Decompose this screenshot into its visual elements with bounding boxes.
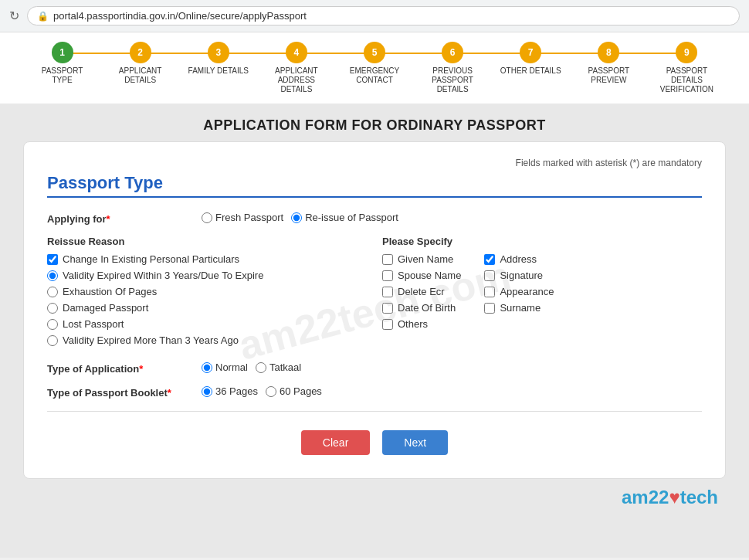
reissue-option-lost[interactable]: Lost Passport: [47, 318, 367, 330]
60pages-option[interactable]: 60 Pages: [266, 385, 322, 397]
60pages-radio[interactable]: [266, 386, 276, 397]
spouse-name-label: Spouse Name: [398, 270, 461, 281]
section-title: Passport Type: [47, 173, 702, 193]
fresh-passport-radio[interactable]: [202, 212, 212, 223]
normal-option[interactable]: Normal: [202, 361, 248, 373]
surname-label: Surname: [500, 302, 541, 314]
validity3plus-radio[interactable]: [47, 335, 58, 346]
date-of-birth-checkbox[interactable]: [382, 303, 393, 314]
reissue-option-validity3plus[interactable]: Validity Expired More Than 3 Years Ago: [47, 334, 367, 346]
damaged-radio[interactable]: [47, 303, 58, 314]
validity3-radio[interactable]: [47, 270, 58, 281]
delete-ecr-checkbox[interactable]: [382, 287, 393, 297]
step-circle-7: 7: [520, 42, 541, 63]
reissue-reason-title: Reissue Reason: [47, 236, 367, 247]
fresh-passport-label: Fresh Passport: [215, 212, 283, 223]
reissue-left: Reissue Reason Change In Existing Person…: [47, 236, 367, 351]
applying-for-row: Applying for* Fresh Passport Re-issue of…: [47, 212, 702, 225]
step-circle-5: 5: [364, 42, 385, 63]
surname-checkbox[interactable]: [484, 303, 495, 314]
exhaustion-label: Exhaustion Of Pages: [63, 286, 157, 297]
step-4[interactable]: 4 APPLICANT ADDRESS DETAILS: [257, 42, 335, 94]
reissue-option-validity3[interactable]: Validity Expired Within 3 Years/Due To E…: [47, 270, 367, 281]
step-circle-3: 3: [208, 42, 229, 63]
36pages-radio[interactable]: [202, 386, 212, 397]
fresh-passport-option[interactable]: Fresh Passport: [202, 212, 283, 223]
url-text: portal4.passportindia.gov.in/Online/secu…: [53, 10, 307, 22]
signature-item[interactable]: Signature: [484, 270, 554, 281]
given-name-checkbox[interactable]: [382, 254, 393, 265]
step-6[interactable]: 6 PREVIOUS PASSPORT DETAILS: [414, 42, 492, 94]
validity3-label: Validity Expired Within 3 Years/Due To E…: [63, 270, 263, 281]
reissue-right: Please Specify Given Name Spouse Name: [367, 236, 702, 351]
reissue-option-damaged[interactable]: Damaged Passport: [47, 302, 367, 314]
step-1[interactable]: 1 PASSPORT TYPE: [23, 42, 101, 85]
type-of-application-row: Type of Application* Normal Tatkaal: [47, 361, 702, 375]
60pages-label: 60 Pages: [280, 385, 322, 397]
reissue-option-exhaustion[interactable]: Exhaustion Of Pages: [47, 286, 367, 297]
address-item[interactable]: Address: [484, 253, 554, 265]
step-label-8: PASSPORT PREVIEW: [578, 66, 639, 85]
specify-columns: Given Name Spouse Name Delete Ecr D: [382, 253, 702, 330]
delete-ecr-item[interactable]: Delete Ecr: [382, 286, 461, 297]
next-button[interactable]: Next: [382, 430, 448, 455]
applying-for-options: Fresh Passport Re-issue of Passport: [202, 212, 398, 223]
spouse-name-checkbox[interactable]: [382, 270, 393, 281]
step-circle-8: 8: [598, 42, 619, 63]
step-3[interactable]: 3 FAMILY DETAILS: [179, 42, 257, 76]
others-checkbox[interactable]: [382, 319, 393, 330]
36pages-label: 36 Pages: [215, 385, 258, 397]
step-2[interactable]: 2 APPLICANT DETAILS: [101, 42, 179, 85]
lost-label: Lost Passport: [63, 318, 124, 330]
step-label-9: PASSPORT DETAILS VERIFICATION: [656, 66, 717, 94]
brand-heart: ♥: [669, 487, 680, 507]
lost-radio[interactable]: [47, 319, 58, 330]
exhaustion-radio[interactable]: [47, 287, 58, 297]
booklet-type-options: 36 Pages 60 Pages: [202, 385, 322, 397]
application-type-options: Normal Tatkaal: [202, 361, 301, 373]
others-item[interactable]: Others: [382, 318, 461, 330]
bottom-divider: [47, 411, 702, 412]
tatkaal-option[interactable]: Tatkaal: [256, 361, 301, 373]
please-specify-title: Please Specify: [382, 236, 702, 247]
appearance-item[interactable]: Appearance: [484, 286, 554, 297]
36pages-option[interactable]: 36 Pages: [202, 385, 258, 397]
delete-ecr-label: Delete Ecr: [398, 286, 445, 297]
reissue-passport-radio[interactable]: [291, 212, 302, 223]
lock-icon: 🔒: [37, 11, 49, 22]
step-label-6: PREVIOUS PASSPORT DETAILS: [422, 66, 483, 94]
step-circle-1: 1: [52, 42, 73, 63]
step-5[interactable]: 5 EMERGENCY CONTACT: [335, 42, 413, 85]
step-label-3: FAMILY DETAILS: [188, 66, 249, 76]
given-name-item[interactable]: Given Name: [382, 253, 461, 265]
appearance-checkbox[interactable]: [484, 287, 495, 297]
normal-radio[interactable]: [202, 362, 212, 373]
surname-item[interactable]: Surname: [484, 302, 554, 314]
date-of-birth-item[interactable]: Date Of Birth: [382, 302, 461, 314]
address-checkbox[interactable]: [484, 254, 495, 265]
step-label-5: EMERGENCY CONTACT: [344, 66, 405, 85]
reissue-passport-option[interactable]: Re-issue of Passport: [291, 212, 398, 223]
step-7[interactable]: 7 OTHER DETAILS: [492, 42, 570, 76]
signature-checkbox[interactable]: [484, 270, 495, 281]
step-8[interactable]: 8 PASSPORT PREVIEW: [570, 42, 648, 85]
page: 1 PASSPORT TYPE 2 APPLICANT DETAILS 3 FA…: [0, 32, 749, 558]
refresh-icon[interactable]: ↻: [9, 8, 19, 23]
button-row: Clear Next: [47, 430, 702, 455]
step-9[interactable]: 9 PASSPORT DETAILS VERIFICATION: [648, 42, 726, 94]
step-circle-2: 2: [130, 42, 151, 63]
type-of-application-label: Type of Application*: [47, 361, 202, 375]
spouse-name-item[interactable]: Spouse Name: [382, 270, 461, 281]
progress-bar: 1 PASSPORT TYPE 2 APPLICANT DETAILS 3 FA…: [0, 32, 749, 104]
step-label-2: APPLICANT DETAILS: [110, 66, 171, 85]
tatkaal-radio[interactable]: [256, 362, 266, 373]
specify-col-1: Given Name Spouse Name Delete Ecr D: [382, 253, 461, 330]
change-checkbox[interactable]: [47, 254, 58, 265]
change-label: Change In Existing Personal Particulars: [63, 253, 239, 265]
reissue-option-change[interactable]: Change In Existing Personal Particulars: [47, 253, 367, 265]
address-bar[interactable]: 🔒 portal4.passportindia.gov.in/Online/se…: [27, 6, 740, 25]
date-of-birth-label: Date Of Birth: [398, 302, 456, 314]
validity3plus-label: Validity Expired More Than 3 Years Ago: [63, 334, 239, 346]
clear-button[interactable]: Clear: [301, 430, 370, 455]
given-name-label: Given Name: [398, 253, 453, 265]
